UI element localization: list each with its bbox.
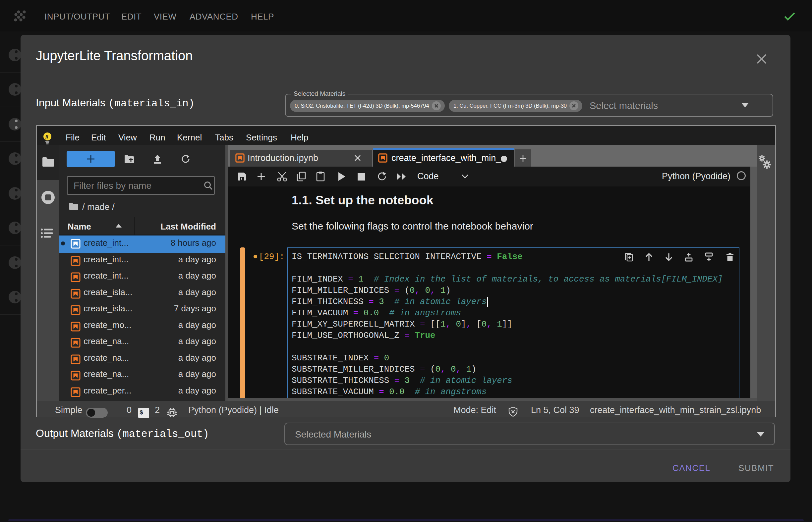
svg-text:jl: jl: [45, 134, 49, 139]
